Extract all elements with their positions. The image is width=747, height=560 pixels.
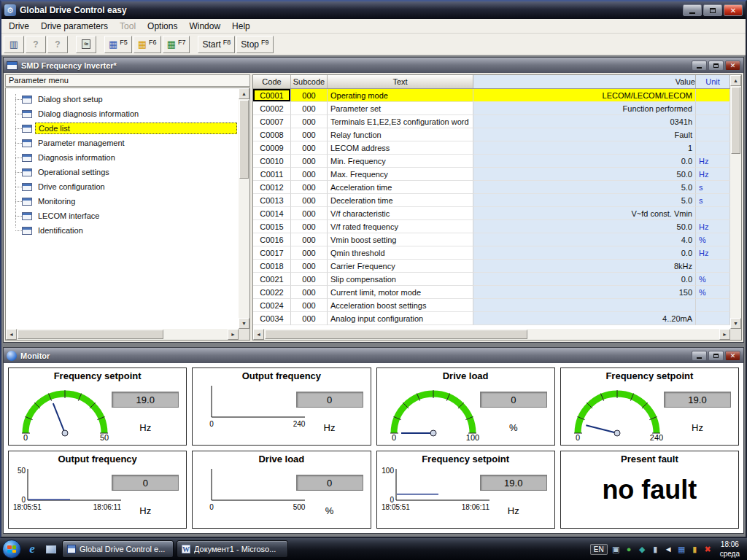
menu-drive[interactable]: Drive xyxy=(3,20,35,33)
graphics-icon[interactable]: ▦ xyxy=(676,544,687,555)
code-row-C0009[interactable]: C0009000LECOM address1 xyxy=(253,141,730,155)
tile-title: Present fault xyxy=(561,454,738,464)
close-button[interactable]: ✕ xyxy=(724,4,743,16)
code-row-C0021[interactable]: C0021000Slip compensation0.0% xyxy=(253,273,730,286)
inverter-minimize-button[interactable] xyxy=(692,61,707,71)
monitor-maximize-button[interactable] xyxy=(708,351,724,361)
maximize-button[interactable] xyxy=(703,4,722,16)
tree-vertical-scrollbar[interactable]: ▲ ▼ xyxy=(239,88,249,329)
scroll-down-arrow[interactable]: ▼ xyxy=(239,318,249,329)
scroll-left-arrow[interactable]: ◄ xyxy=(253,329,264,340)
show-desktop-launcher[interactable] xyxy=(43,541,59,557)
messenger-icon[interactable]: ◆ xyxy=(637,544,648,555)
code-row-C0016[interactable]: C0016000Vmin boost setting4.0% xyxy=(253,233,730,246)
unit-cell xyxy=(696,260,730,273)
start-button[interactable]: StartF8 xyxy=(198,36,235,53)
code-row-C0010[interactable]: C0010000Min. Frequency0.0Hz xyxy=(253,155,730,168)
monitor-close-button[interactable]: ✕ xyxy=(725,351,740,361)
code-row-C0011[interactable]: C0011000Max. Frequency50.0Hz xyxy=(253,168,730,181)
toolbar-separator xyxy=(191,36,196,53)
tree-item-code-list[interactable]: Code list xyxy=(12,121,237,136)
unit-cell xyxy=(696,115,730,128)
gauge: 050 xyxy=(10,381,120,442)
tree-horizontal-scrollbar[interactable]: ◄ ► xyxy=(6,329,239,340)
code-row-C0013[interactable]: C0013000Deceleration time5.0s xyxy=(253,194,730,207)
code-list-button[interactable]: ▦F5 xyxy=(104,36,132,53)
task-документ1-microso[interactable]: WДокумент1 - Microso... xyxy=(177,540,288,558)
code-row-C0034[interactable]: C0034000Analog input configuration4..20m… xyxy=(253,312,730,325)
table-vertical-scrollbar[interactable]: ▲ ▼ xyxy=(730,75,741,329)
gauge-min-label: 0 xyxy=(23,433,28,442)
code-row-C0017[interactable]: C0017000Qmin threshold0.0Hz xyxy=(253,246,730,260)
inverter-maximize-button[interactable] xyxy=(708,61,724,71)
scrollbar-thumb[interactable] xyxy=(265,330,527,339)
code-row-C0014[interactable]: C0014000V/f characteristicV~fd const. Vm… xyxy=(253,207,730,220)
code-row-C0002[interactable]: C0002000Parameter setFunction performed xyxy=(253,102,730,115)
scroll-left-arrow[interactable]: ◄ xyxy=(6,329,17,340)
value-cell: V~fd const. Vmin xyxy=(473,207,696,220)
scroll-up-arrow[interactable]: ▲ xyxy=(239,88,249,99)
inverter-close-button[interactable]: ✕ xyxy=(725,61,740,71)
battery-icon[interactable]: ▮ xyxy=(689,544,700,555)
start-button[interactable] xyxy=(2,540,21,559)
tree-item-monitoring[interactable]: Monitoring xyxy=(12,194,237,209)
code-row-C0018[interactable]: C0018000Carrier Frequency8kHz xyxy=(253,260,730,273)
tree-item-dialog-diagnosis-information[interactable]: Dialog diagnosis information xyxy=(12,106,237,121)
notification-area: EN ▣●◆▮◄▦▮✖ 18:06 среда xyxy=(590,540,745,559)
tree-item-dialog-short-setup[interactable]: Dialog short setup xyxy=(12,92,237,106)
usb-device-icon[interactable]: ▮ xyxy=(650,544,661,555)
monitor-minimize-button[interactable] xyxy=(692,351,707,361)
code-row-C0001[interactable]: C0001000Operating modeLECOM/LECOM/LECOM xyxy=(253,89,730,102)
code-list-all-button[interactable]: ▦F7 xyxy=(163,36,190,53)
tree-item-lecom-interface[interactable]: LECOM interface xyxy=(12,209,237,223)
value-cell: 50.0 xyxy=(473,168,696,181)
menu-window[interactable]: Window xyxy=(183,20,226,33)
code-row-C0022[interactable]: C0022000Current limit, motor mode150% xyxy=(253,286,730,299)
task-global-drive-control-e[interactable]: Global Drive Control e... xyxy=(62,540,174,558)
tree-item-parameter-management[interactable]: Parameter management xyxy=(12,136,237,150)
text-cell: Min. Frequency xyxy=(328,155,473,168)
table-horizontal-scrollbar[interactable]: ◄ ► xyxy=(253,329,730,340)
clock-time: 18:06 xyxy=(721,540,739,548)
column-header-unit[interactable]: Unit xyxy=(696,75,730,88)
tree-item-diagnosis-information[interactable]: Diagnosis information xyxy=(12,150,237,165)
parameter-grid-icon: ▥ xyxy=(9,39,18,49)
tree-item-identification[interactable]: Identification xyxy=(12,223,237,238)
parameter-grid-button[interactable]: ▥ xyxy=(4,36,24,53)
code-row-C0007[interactable]: C0007000Terminals E1,E2,E3 configuration… xyxy=(253,115,730,128)
column-header-subcode[interactable]: Subcode xyxy=(291,75,328,88)
stop-button[interactable]: StopF9 xyxy=(236,36,273,53)
scroll-right-arrow[interactable]: ► xyxy=(719,329,730,340)
tree-item-drive-configuration[interactable]: Drive configuration xyxy=(12,179,237,194)
scrollbar-thumb[interactable] xyxy=(18,330,163,339)
column-header-text[interactable]: Text xyxy=(328,75,473,88)
internet-explorer-launcher[interactable]: e xyxy=(24,541,40,557)
code-row-C0024[interactable]: C0024000Acceleration boost settings xyxy=(253,299,730,312)
menu-drive-parameters[interactable]: Drive parameters xyxy=(35,20,114,33)
menu-options[interactable]: Options xyxy=(142,20,183,33)
network-status-icon[interactable]: ▣ xyxy=(611,544,622,555)
scroll-up-arrow[interactable]: ▲ xyxy=(730,75,741,86)
task-label: Документ1 - Microso... xyxy=(194,545,283,553)
text-cell: Slip compensation xyxy=(328,273,473,286)
oscilloscope-button[interactable]: ≈ xyxy=(76,36,96,53)
scrollbar-thumb[interactable] xyxy=(239,100,249,179)
code-list-edit-button[interactable]: ▦F6 xyxy=(133,36,161,53)
tree-item-operational-settings[interactable]: Operational settings xyxy=(12,165,237,179)
scrollbar-thumb[interactable] xyxy=(731,87,740,154)
volume-icon[interactable]: ◄ xyxy=(663,544,674,555)
code-row-C0008[interactable]: C0008000Relay functionFault xyxy=(253,128,730,141)
code-row-C0012[interactable]: C0012000Acceleration time5.0s xyxy=(253,181,730,194)
column-header-value[interactable]: Value xyxy=(473,75,696,88)
menu-help[interactable]: Help xyxy=(226,20,256,33)
minimize-button[interactable] xyxy=(683,4,702,16)
error-status-icon[interactable]: ✖ xyxy=(703,544,713,555)
antivirus-icon[interactable]: ● xyxy=(624,544,635,555)
text-cell: V/f rated frequency xyxy=(328,220,473,233)
scroll-down-arrow[interactable]: ▼ xyxy=(730,318,741,329)
language-indicator[interactable]: EN xyxy=(590,544,608,555)
scroll-right-arrow[interactable]: ► xyxy=(228,329,239,340)
code-row-C0015[interactable]: C0015000V/f rated frequency50.0Hz xyxy=(253,220,730,233)
taskbar-clock[interactable]: 18:06 среда xyxy=(716,540,743,559)
column-header-code[interactable]: Code xyxy=(253,75,291,88)
